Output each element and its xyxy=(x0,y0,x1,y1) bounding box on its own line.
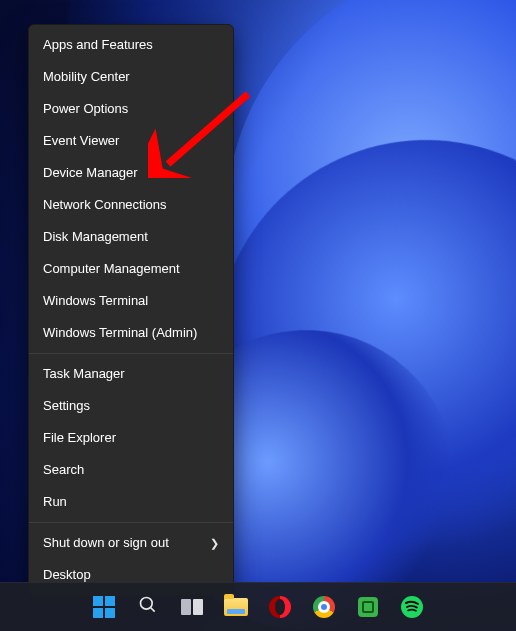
taskbar xyxy=(0,582,516,631)
menu-shutdown-signout[interactable]: Shut down or sign out ❯ xyxy=(29,527,233,559)
menu-item-label: Event Viewer xyxy=(43,125,119,157)
menu-network-connections[interactable]: Network Connections xyxy=(29,189,233,221)
menu-item-label: Device Manager xyxy=(43,157,138,189)
menu-item-label: Shut down or sign out xyxy=(43,527,169,559)
menu-item-label: Mobility Center xyxy=(43,61,130,93)
menu-task-manager[interactable]: Task Manager xyxy=(29,358,233,390)
menu-item-label: Run xyxy=(43,486,67,518)
menu-disk-management[interactable]: Disk Management xyxy=(29,221,233,253)
menu-item-label: Apps and Features xyxy=(43,29,153,61)
menu-windows-terminal-admin[interactable]: Windows Terminal (Admin) xyxy=(29,317,233,349)
menu-search[interactable]: Search xyxy=(29,454,233,486)
svg-point-1 xyxy=(141,598,153,610)
menu-device-manager[interactable]: Device Manager xyxy=(29,157,233,189)
menu-separator xyxy=(29,353,233,354)
menu-run[interactable]: Run xyxy=(29,486,233,518)
windows-logo-icon xyxy=(93,596,115,618)
menu-item-label: Search xyxy=(43,454,84,486)
task-view-icon xyxy=(181,599,203,615)
menu-item-label: Task Manager xyxy=(43,358,125,390)
task-view-button[interactable] xyxy=(175,590,209,624)
menu-item-label: Windows Terminal xyxy=(43,285,148,317)
svg-line-2 xyxy=(151,608,155,612)
start-button[interactable] xyxy=(87,590,121,624)
menu-item-label: Disk Management xyxy=(43,221,148,253)
menu-file-explorer[interactable]: File Explorer xyxy=(29,422,233,454)
desktop-wallpaper: Apps and Features Mobility Center Power … xyxy=(0,0,516,631)
menu-windows-terminal[interactable]: Windows Terminal xyxy=(29,285,233,317)
menu-apps-and-features[interactable]: Apps and Features xyxy=(29,29,233,61)
spotify-button[interactable] xyxy=(395,590,429,624)
winx-context-menu: Apps and Features Mobility Center Power … xyxy=(28,24,234,596)
menu-item-label: Network Connections xyxy=(43,189,167,221)
spotify-icon xyxy=(401,596,423,618)
search-button[interactable] xyxy=(131,590,165,624)
chrome-icon xyxy=(313,596,335,618)
chevron-right-icon: ❯ xyxy=(210,527,219,559)
menu-computer-management[interactable]: Computer Management xyxy=(29,253,233,285)
menu-separator xyxy=(29,522,233,523)
menu-item-label: Settings xyxy=(43,390,90,422)
menu-item-label: Power Options xyxy=(43,93,128,125)
menu-item-label: File Explorer xyxy=(43,422,116,454)
menu-item-label: Windows Terminal (Admin) xyxy=(43,317,197,349)
opera-button[interactable] xyxy=(263,590,297,624)
file-explorer-button[interactable] xyxy=(219,590,253,624)
search-icon xyxy=(138,595,158,619)
menu-event-viewer[interactable]: Event Viewer xyxy=(29,125,233,157)
menu-mobility-center[interactable]: Mobility Center xyxy=(29,61,233,93)
file-explorer-icon xyxy=(224,598,248,616)
chrome-button[interactable] xyxy=(307,590,341,624)
menu-power-options[interactable]: Power Options xyxy=(29,93,233,125)
green-app-icon xyxy=(358,597,378,617)
menu-item-label: Computer Management xyxy=(43,253,180,285)
green-app-button[interactable] xyxy=(351,590,385,624)
opera-icon xyxy=(269,596,291,618)
menu-settings[interactable]: Settings xyxy=(29,390,233,422)
